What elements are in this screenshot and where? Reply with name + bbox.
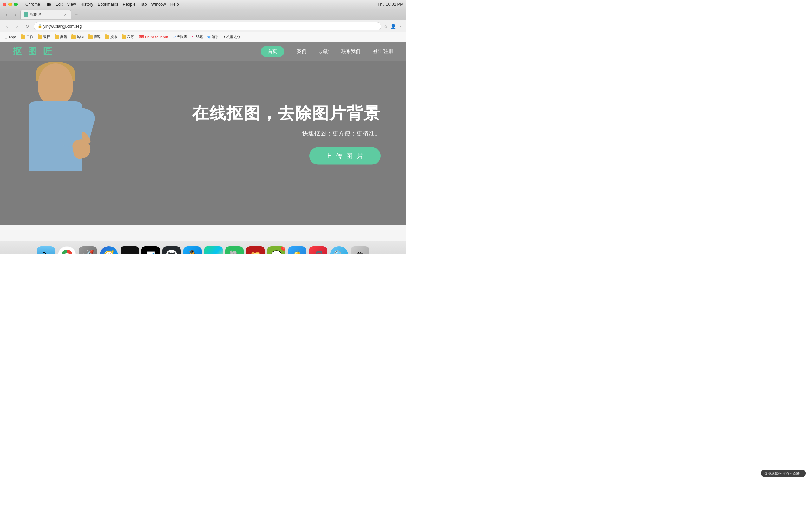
hero-content: 在线抠图，去除图片背景 快速抠图；更方便；更精准。 上 传 图 片 <box>192 102 380 165</box>
menu-help[interactable]: Help <box>170 2 179 7</box>
hero-man-image <box>13 60 101 225</box>
tab-favicon <box>24 12 28 17</box>
bookmark-work-label: 工作 <box>26 35 33 39</box>
browser-forward-button[interactable]: › <box>13 22 21 30</box>
apps-grid-icon: ⊞ <box>4 35 8 39</box>
maximize-window-button[interactable] <box>14 3 18 6</box>
menu-history[interactable]: History <box>81 2 93 7</box>
filezilla-icon: 📁 <box>250 250 261 253</box>
tab-close-button[interactable]: ✕ <box>63 12 67 17</box>
back-button[interactable]: ‹ <box>3 11 10 18</box>
minimize-window-button[interactable] <box>8 3 12 6</box>
menu-edit[interactable]: Edit <box>55 2 62 7</box>
browser-tab[interactable]: 抠图匠 ✕ <box>20 10 71 19</box>
bookmark-36kr[interactable]: Kr 36氪 <box>190 34 205 40</box>
address-input[interactable]: 🔒 yingwuxiangji.com/seg/ <box>34 22 381 31</box>
dock-item-qq[interactable]: 🐧 <box>183 246 202 254</box>
dingtalk-icon: 🔔 <box>292 250 303 253</box>
bookmark-entertainment[interactable]: 娱乐 <box>103 34 119 40</box>
bookmark-bank[interactable]: 银行 <box>36 34 52 40</box>
new-tab-button[interactable]: + <box>72 11 80 18</box>
music-icon: 🎵 <box>313 250 324 253</box>
menu-tab[interactable]: Tab <box>140 2 147 7</box>
nav-login[interactable]: 登陆/注册 <box>373 49 393 55</box>
dock-item-activity-monitor[interactable]: 📊 <box>142 246 160 254</box>
bookmark-chinese-input-label: Chinese Input <box>145 35 168 39</box>
titlebar-right: Thu 10:01 PM <box>377 2 403 7</box>
folder-icon <box>122 35 126 39</box>
dock-item-github[interactable] <box>162 246 181 254</box>
dock-item-wechat[interactable]: 💬 3 <box>267 246 286 254</box>
nav-features[interactable]: 功能 <box>319 49 328 55</box>
bookmark-classics-label: 典籍 <box>60 35 67 39</box>
tab-title: 抠图匠 <box>30 12 42 17</box>
bookmark-classics[interactable]: 典籍 <box>53 34 69 40</box>
bookmark-zhihu-label: 知乎 <box>212 35 218 39</box>
qq-icon: 🐧 <box>186 249 199 254</box>
nav-cases[interactable]: 案例 <box>297 49 306 55</box>
menu-view[interactable]: View <box>67 2 76 7</box>
bookmark-tianyancha[interactable]: 👁 天眼查 <box>171 34 189 40</box>
browser-menu-icon[interactable]: ⋮ <box>398 24 403 29</box>
man-shape <box>13 60 101 225</box>
dock-item-terminal[interactable]: >_ <box>120 246 139 254</box>
nav-contact[interactable]: 联系我们 <box>341 49 360 55</box>
folder-icon <box>105 35 109 39</box>
folder-icon <box>38 35 42 39</box>
site-nav-links: 首页 案例 功能 联系我们 登陆/注册 <box>261 46 393 57</box>
dock-item-evernote[interactable]: 🐘 <box>225 246 244 254</box>
traffic-lights <box>3 3 18 6</box>
bookmark-star-icon[interactable]: ☆ <box>384 24 388 29</box>
bookmark-zhihu[interactable]: 知 知乎 <box>206 34 220 40</box>
dock-item-safari[interactable]: 🧭 <box>100 246 118 254</box>
evernote-icon: 🐘 <box>229 250 241 253</box>
nav-home[interactable]: 首页 <box>261 46 284 57</box>
dock-item-launchpad[interactable]: 🚀 <box>79 246 97 254</box>
close-window-button[interactable] <box>3 3 6 6</box>
user-profile-icon[interactable]: 👤 <box>391 24 396 29</box>
activity-monitor-icon: 📊 <box>147 251 155 254</box>
system-time: Thu 10:01 PM <box>377 2 403 7</box>
bookmark-shopping[interactable]: 购物 <box>69 34 86 40</box>
quick-search-icon: 🔍 <box>334 250 345 253</box>
tianyancha-icon: 👁 <box>172 35 176 39</box>
bookmark-blog[interactable]: 博客 <box>86 34 102 40</box>
tabbar: ‹ › 抠图匠 ✕ + <box>0 9 406 20</box>
dock-item-dingtalk[interactable]: 🔔 <box>288 246 306 254</box>
github-icon <box>166 250 177 254</box>
dock-item-chrome[interactable] <box>58 246 76 254</box>
bookmark-jiqixin[interactable]: ✦ 机器之心 <box>221 34 242 40</box>
browser-back-button[interactable]: ‹ <box>3 22 11 30</box>
bookmark-programs[interactable]: 程序 <box>120 34 136 40</box>
folder-icon <box>55 35 59 39</box>
dock-item-trash[interactable]: 🗑 <box>351 246 369 254</box>
hero-title: 在线抠图，去除图片背景 <box>192 102 380 124</box>
dock-item-filezilla[interactable]: 📁 <box>246 246 264 254</box>
menu-people[interactable]: People <box>123 2 136 7</box>
dock-item-quick-search[interactable]: 🔍 <box>330 246 348 254</box>
bookmark-chinese-input[interactable]: ⌨ Chinese Input <box>137 34 170 40</box>
upload-image-button[interactable]: 上 传 图 片 <box>309 147 380 165</box>
menu-file[interactable]: File <box>44 2 51 7</box>
menu-chrome[interactable]: Chrome <box>26 2 40 7</box>
dock-item-finder[interactable]: 🗂 <box>37 246 55 254</box>
forward-button[interactable]: › <box>11 11 19 18</box>
terminal-icon: >_ <box>126 252 133 253</box>
dock-item-music[interactable]: 🎵 <box>309 246 327 254</box>
folder-icon <box>21 35 26 39</box>
titlebar-left: Chrome File Edit View History Bookmarks … <box>3 2 179 7</box>
folder-icon <box>88 35 93 39</box>
address-bar-actions: ☆ 👤 ⋮ <box>384 24 403 29</box>
menu-window[interactable]: Window <box>151 2 166 7</box>
browser-refresh-button[interactable]: ↻ <box>23 22 31 30</box>
dock-item-pycharm[interactable]: PC <box>204 246 223 254</box>
menu-bookmarks[interactable]: Bookmarks <box>98 2 118 7</box>
website-content: 抠 图 匠 首页 案例 功能 联系我们 登陆/注册 在线抠图，去除图片背景 快速… <box>0 42 406 225</box>
wechat-badge: 3 <box>281 246 286 250</box>
site-logo[interactable]: 抠 图 匠 <box>13 45 54 57</box>
chrome-inner-circle <box>64 253 69 254</box>
launchpad-icon: 🚀 <box>82 249 94 254</box>
bookmark-apps[interactable]: ⊞ Apps <box>3 34 18 40</box>
bookmark-programs-label: 程序 <box>127 35 134 39</box>
bookmark-work[interactable]: 工作 <box>19 34 35 40</box>
